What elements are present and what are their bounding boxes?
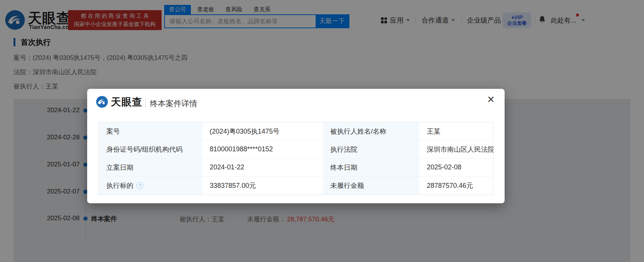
case-detail-table: 案号 (2024)粤0305执1475号 被执行人姓名/名称 王某 身份证号码/… xyxy=(98,122,493,195)
modal-brand: 天眼查 xyxy=(111,95,142,109)
table-label: 未履行金额 xyxy=(323,177,419,195)
table-value: 王某 xyxy=(419,122,494,140)
table-value: 33837857.00元 xyxy=(202,177,323,195)
modal-title-divider xyxy=(145,97,146,107)
table-value: (2024)粤0305执1475号 xyxy=(202,122,323,140)
page: 天眼查 TianYanCha.com 都 在 用 的 商 业 查 询 工 具 国… xyxy=(0,0,644,262)
table-label: 案号 xyxy=(99,122,202,140)
help-question-icon[interactable]: ? xyxy=(136,182,144,189)
table-label: 执行标的 ? xyxy=(99,177,202,195)
table-label: 身份证号码/组织机构代码 xyxy=(99,140,202,158)
table-value: 2025-02-08 xyxy=(419,158,494,177)
table-label: 立案日期 xyxy=(99,158,202,177)
case-detail-modal: 天眼查 终本案件详情 ✕ 案号 (2024)粤0305执1475号 被执行人姓名… xyxy=(87,89,505,203)
table-label: 终本日期 xyxy=(323,158,419,177)
table-value: 28787570.46元 xyxy=(419,177,494,195)
table-label: 被执行人姓名/名称 xyxy=(323,122,419,140)
table-value: 2024-01-22 xyxy=(202,158,323,177)
table-value: 8100001988****0152 xyxy=(202,140,323,158)
tianyancha-logo-icon xyxy=(96,96,108,108)
table-label: 执行法院 xyxy=(323,140,419,158)
close-icon[interactable]: ✕ xyxy=(487,95,495,104)
execution-target-label: 执行标的 xyxy=(106,181,133,190)
table-value: 深圳市南山区人民法院 xyxy=(419,140,494,158)
modal-title: 终本案件详情 xyxy=(150,98,197,109)
